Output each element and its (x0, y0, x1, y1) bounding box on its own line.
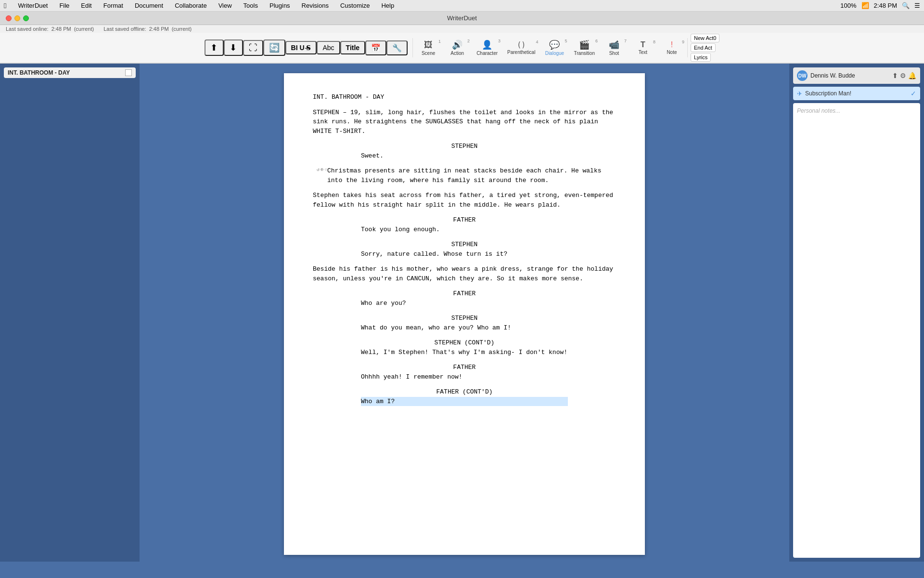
menubar-search-icon[interactable]: 🔍 (902, 2, 910, 9)
user-bar: DW Dennis W. Budde ⬆ ⚙ 🔔 (793, 67, 920, 84)
action-text-1: STEPHEN – 19, slim, long hair, flushes t… (313, 109, 613, 135)
maximize-button[interactable] (23, 15, 29, 21)
action-button[interactable]: 2 🔊 Action (443, 38, 472, 58)
menubar-wifi-icon: 📶 (861, 2, 869, 9)
shot-button[interactable]: 7 📹 Shot (600, 38, 629, 58)
dialogue-block-father-3: FATHER Ohhhh yeah! I remember now! (313, 363, 616, 381)
character-button[interactable]: 3 👤 Character (472, 38, 502, 58)
character-name-father-2[interactable]: FATHER (313, 289, 616, 299)
offline-save-time: 2:48 PM (149, 26, 169, 32)
main-layout: INT. BATHROOM - DAY STEPHEN – 19, slim, … (0, 64, 924, 562)
dialogue-father-2-text: Who are you? (361, 300, 406, 307)
upload-button[interactable]: ⬆ (205, 39, 224, 56)
shot-label: Shot (609, 51, 619, 56)
settings-tool-button[interactable]: 🔧 (386, 40, 408, 55)
character-name-stephen-2[interactable]: STEPHEN (313, 240, 616, 250)
dialogue-father-1[interactable]: Took you long enough. (361, 225, 568, 235)
menu-collaborate[interactable]: Collaborate (173, 1, 209, 10)
fullscreen-button[interactable]: ⛶ (243, 40, 263, 56)
main-toolbar: ⬆ ⬇ ⛶ 🔄 BI U S̶ Abc Title 📅 🔧 1 🖼 Scene … (0, 33, 924, 63)
menu-writerduet[interactable]: WriterDuet (16, 1, 50, 10)
format-style-button[interactable]: BI U S̶ (285, 41, 317, 54)
dialogue-father-1-text: Took you long enough. (361, 226, 440, 233)
menu-view[interactable]: View (217, 1, 234, 10)
character-name-father-1[interactable]: FATHER (313, 215, 616, 225)
transition-button[interactable]: 6 🎬 Transition (569, 38, 600, 58)
action-block-2[interactable]: ↺ ⊕ ○ Christmas presents are sitting in … (313, 166, 616, 185)
dialogue-text-1: Sweet. (361, 152, 384, 159)
menu-edit[interactable]: Edit (79, 1, 93, 10)
dialogue-block-father-1: FATHER Took you long enough. (313, 215, 616, 234)
rev-marker-3[interactable]: ○ (324, 166, 327, 173)
calendar-button[interactable]: 📅 (365, 40, 386, 55)
scene-checkbox[interactable] (125, 69, 132, 76)
dialogue-father-contd[interactable]: Who am I? (361, 397, 568, 407)
notes-area[interactable]: Personal notes... (793, 103, 920, 558)
note-icon: ! (671, 40, 673, 49)
script-area[interactable]: INT. BATHROOM - DAY STEPHEN – 19, slim, … (140, 64, 789, 562)
lyrics-button[interactable]: Lyrics (691, 53, 711, 62)
offline-save-status: (current) (172, 26, 192, 32)
menu-customize[interactable]: Customize (338, 1, 372, 10)
menu-tools[interactable]: Tools (242, 1, 260, 10)
character-name-father-contd[interactable]: FATHER (CONT'D) (313, 387, 616, 397)
dialogue-button[interactable]: 5 💬 Dialogue (540, 38, 569, 58)
dialogue-block-stephen-3: STEPHEN What do you mean, who are you? W… (313, 314, 616, 332)
character-name-stephen-3[interactable]: STEPHEN (313, 314, 616, 323)
action-block-4[interactable]: Beside his father is his mother, who wea… (313, 264, 616, 283)
dialogue-father-3-text: Ohhhh yeah! I remember now! (361, 373, 462, 381)
text-icon: T (641, 40, 645, 49)
dialogue-block-stephen-1: STEPHEN Sweet. (313, 142, 616, 160)
dialogue-stephen-contd[interactable]: Well, I'm Stephen! That's why I'm asking… (361, 348, 568, 357)
character-name-stephen-2-text: STEPHEN (451, 241, 478, 248)
download-button[interactable]: ⬇ (224, 39, 243, 56)
dialogue-stephen-2[interactable]: Sorry, nature called. Whose turn is it? (361, 250, 568, 259)
character-label: Character (476, 51, 498, 56)
text-label: Text (639, 50, 647, 55)
menubar-right: 100% 📶 2:48 PM 🔍 ☰ (840, 2, 920, 9)
offline-save-label: Last saved offline: (103, 26, 146, 32)
dialogue-father-2[interactable]: Who are you? (361, 299, 568, 308)
menu-format[interactable]: Format (102, 1, 125, 10)
rev-marker-2[interactable]: ⊕ (321, 166, 323, 173)
refresh-button[interactable]: 🔄 (263, 39, 285, 56)
abc-button[interactable]: Abc (317, 41, 340, 54)
apple-menu[interactable]:  (4, 1, 6, 10)
character-name-stephen-contd-text: STEPHEN (CONT'D) (435, 339, 495, 346)
text-button[interactable]: 8 T Text (629, 39, 657, 57)
dialogue-stephen-3[interactable]: What do you mean, who are you? Who am I! (361, 323, 568, 333)
menu-help[interactable]: Help (379, 1, 396, 10)
online-save-status: (current) (74, 26, 94, 32)
notifications-icon[interactable]: 🔔 (908, 72, 916, 79)
user-settings-icon[interactable]: ⚙ (900, 72, 906, 79)
action-block-1[interactable]: STEPHEN – 19, slim, long hair, flushes t… (313, 108, 616, 136)
parenthetical-button[interactable]: 4 () Parenthetical (502, 39, 540, 57)
close-button[interactable] (6, 15, 12, 21)
action-text-2: Christmas presents are sitting in neat s… (327, 167, 602, 184)
note-button[interactable]: 9 ! Note (657, 39, 686, 57)
scene-label: Scene (422, 51, 435, 56)
dialogue-father-3[interactable]: Ohhhh yeah! I remember now! (361, 372, 568, 382)
action-block-3[interactable]: Stephen takes his seat across from his f… (313, 191, 616, 210)
rev-marker-1[interactable]: ↺ (317, 166, 320, 173)
share-icon[interactable]: ⬆ (892, 72, 898, 79)
menu-document[interactable]: Document (133, 1, 165, 10)
minimize-button[interactable] (14, 15, 20, 21)
end-act-button[interactable]: End Act (691, 43, 716, 52)
menu-bar:  WriterDuet File Edit Format Document C… (0, 0, 924, 12)
menu-plugins[interactable]: Plugins (268, 1, 292, 10)
menu-file[interactable]: File (57, 1, 71, 10)
scene-heading-block[interactable]: INT. BATHROOM - DAY (313, 92, 616, 102)
scene-button[interactable]: 1 🖼 Scene (414, 38, 443, 58)
menu-revisions[interactable]: Revisions (300, 1, 331, 10)
subscription-bar[interactable]: ✈ Subscription Man! ✓ (793, 87, 920, 100)
dialogue-father-contd-text: Who am I? (361, 398, 395, 405)
character-name-stephen-1[interactable]: STEPHEN (313, 142, 616, 151)
menubar-menu-icon[interactable]: ☰ (914, 2, 920, 9)
scene-heading-input[interactable] (8, 69, 122, 76)
title-style-button[interactable]: Title (340, 41, 366, 54)
dialogue-stephen-1[interactable]: Sweet. (361, 151, 568, 161)
character-name-father-3[interactable]: FATHER (313, 363, 616, 372)
new-act0-button[interactable]: New Act0 (691, 34, 719, 42)
character-name-stephen-contd[interactable]: STEPHEN (CONT'D) (313, 338, 616, 348)
